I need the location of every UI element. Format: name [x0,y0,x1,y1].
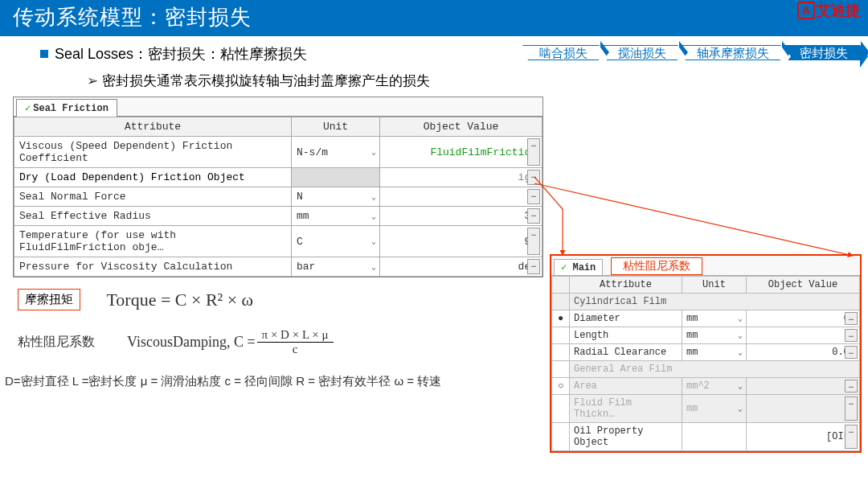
radio-cell [552,361,570,378]
ellipsis-button[interactable]: … [845,425,858,449]
tab-seal-friction[interactable]: ✓Seal Friction [16,99,117,117]
attr-cell: Radial Clearance [570,344,682,361]
section-label: Cylindrical Film [570,294,860,310]
heading-line: Seal Losses：密封损失：粘性摩擦损失 [40,44,854,64]
vd-numerator: π × D × L × μ [257,328,334,343]
torque-tag: 摩擦扭矩 [18,289,80,310]
subpanel-row: ●Diametermm⌄60… [552,310,860,327]
logo-en: ATIC CHINA [797,19,860,28]
value-cell[interactable]: FluidFilmFriction… [380,137,542,168]
property-row: Seal Normal ForceN⌄0… [14,187,542,207]
section-label: General Area Film [570,361,860,378]
value-cell[interactable]: … [747,395,860,423]
subpanel-red-tag: 粘性阻尼系数 [611,257,702,275]
chevron-down-icon[interactable]: ⌄ [738,331,743,340]
subheading-text: 密封损失通常表示模拟旋转轴与油封盖摩擦产生的损失 [87,72,854,90]
unit-cell[interactable]: N⌄ [292,187,380,207]
radio-cell [552,327,570,344]
ellipsis-button[interactable]: … [845,312,858,325]
ellipsis-button[interactable]: … [527,138,540,166]
subpanel-row: Cylindrical Film [552,294,860,310]
attr-cell: Dry (Load Dependent) Friction Object [14,168,292,187]
unit-cell[interactable]: bar⌄ [292,257,380,277]
viscous-damping-label: 粘性阻尼系数 [18,334,95,351]
radio-cell [552,395,570,423]
brand-logo: A艾迪捷 ATIC CHINA [797,2,860,28]
ellipsis-button[interactable]: … [527,228,540,255]
ellipsis-button[interactable]: … [527,189,540,204]
ellipsis-button[interactable]: … [845,397,858,421]
unit-cell[interactable]: mm^2⌄ [682,378,747,395]
logo-mark-icon: A [797,2,815,19]
check-icon: ✓ [25,103,31,114]
value-cell[interactable]: 5… [747,327,860,344]
property-row: Dry (Load Dependent) Friction Objectign… [14,168,542,187]
viscous-damping-subpanel: ✓ Main 粘性阻尼系数 Attribute Unit Object Valu… [550,254,862,453]
property-row: Seal Effective Radiusmm⌄30… [14,207,542,226]
ellipsis-button[interactable]: … [527,170,540,185]
ellipsis-button[interactable]: … [845,346,858,359]
radio-cell [552,423,570,451]
attr-cell: Fluid Film Thickn… [570,395,682,423]
ellipsis-button[interactable]: … [527,208,540,224]
heading-text: Seal Losses：密封损失：粘性摩擦损失 [55,44,307,64]
seal-friction-panel: ✓Seal Friction Attribute Unit Object Val… [13,97,543,277]
logo-cn: 艾迪捷 [817,3,860,18]
unit-cell[interactable]: mm⌄ [682,395,747,423]
torque-equation: Torque = C × R² × ω [106,290,253,310]
value-cell[interactable]: 0.05… [747,344,860,361]
attr-cell: Area [570,378,682,395]
chevron-down-icon[interactable]: ⌄ [738,314,743,323]
chevron-down-icon[interactable]: ⌄ [738,347,743,357]
bullet-square-icon [40,50,48,58]
chevron-down-icon[interactable]: ⌄ [371,236,376,246]
ellipsis-button[interactable]: … [845,380,858,392]
ellipsis-button[interactable]: … [527,259,540,274]
value-cell[interactable]: 0… [380,187,542,207]
subpanel-row: ○Areamm^2⌄… [552,378,860,395]
col-unit: Unit [292,117,380,137]
unit-cell[interactable]: N-s/m⌄ [292,137,380,168]
unit-cell[interactable] [682,423,747,451]
chevron-down-icon[interactable]: ⌄ [371,262,376,272]
chevron-down-icon[interactable]: ⌄ [371,147,376,157]
tab-label: Seal Friction [33,103,108,114]
chevron-down-icon[interactable]: ⌄ [738,404,743,413]
col-unit2: Unit [682,277,747,294]
viscous-damping-equation: ViscousDamping, C = π × D × L × μ c [127,328,334,356]
tab-main[interactable]: ✓ Main [554,259,603,275]
value-text: FluidFilmFriction [430,146,537,158]
value-cell[interactable]: … [747,378,860,395]
radio-cell[interactable]: ○ [552,378,570,395]
radio-cell [552,344,570,361]
col-attribute2: Attribute [570,277,682,294]
tab-main-label: Main [572,262,596,273]
value-cell[interactable]: ign… [380,168,542,187]
attr-cell: Oil Property Object [570,423,682,451]
chevron-down-icon[interactable]: ⌄ [371,192,376,202]
unit-cell[interactable] [292,168,380,187]
chevron-down-icon[interactable]: ⌄ [738,381,743,391]
attr-cell: Length [570,327,682,344]
col-attribute: Attribute [14,117,292,137]
value-cell[interactable]: def… [380,257,542,277]
fraction: π × D × L × μ c [257,328,334,356]
value-cell[interactable]: 30… [380,207,542,226]
unit-cell[interactable]: C⌄ [292,226,380,257]
unit-cell[interactable]: mm⌄ [682,310,747,327]
value-cell[interactable]: 90… [380,226,542,257]
attr-cell: Seal Normal Force [14,187,292,207]
unit-cell[interactable]: mm⌄ [292,207,380,226]
attr-cell: Seal Effective Radius [14,207,292,226]
value-cell[interactable]: [OIL]… [747,423,860,451]
chevron-down-icon[interactable]: ⌄ [371,212,376,221]
unit-cell[interactable]: mm⌄ [682,344,747,361]
col-value: Object Value [380,117,542,137]
subpanel-row: Radial Clearancemm⌄0.05… [552,344,860,361]
page-title: 传动系统模型：密封损失 [0,0,868,36]
unit-cell[interactable]: mm⌄ [682,327,747,344]
subpanel-table: Attribute Unit Object Value Cylindrical … [551,276,860,451]
radio-cell[interactable]: ● [552,310,570,327]
value-cell[interactable]: 60… [747,310,860,327]
ellipsis-button[interactable]: … [845,329,858,342]
